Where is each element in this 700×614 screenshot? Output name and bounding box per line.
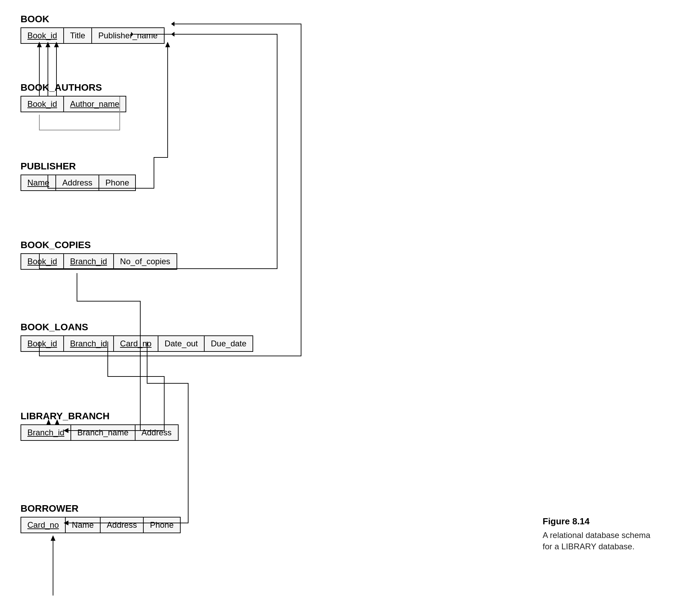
publisher-field-phone: Phone xyxy=(99,175,135,190)
borrower-field-name: Name xyxy=(66,517,101,532)
book-field-title: Title xyxy=(64,28,92,43)
borrower-entity: BORROWER Card_no Name Address Phone xyxy=(21,503,180,533)
library-branch-title: LIBRARY_BRANCH xyxy=(21,411,178,422)
book-authors-entity: BOOK_AUTHORS Book_id Author_name xyxy=(21,82,126,112)
book-authors-table: Book_id Author_name xyxy=(21,96,126,112)
publisher-field-name: Name xyxy=(21,175,56,190)
svg-marker-9 xyxy=(171,32,175,37)
book-loans-field-due-date: Due_date xyxy=(204,336,252,351)
book-loans-field-date-out: Date_out xyxy=(159,336,204,351)
borrower-title: BORROWER xyxy=(21,503,180,514)
book-authors-title: BOOK_AUTHORS xyxy=(21,82,126,93)
library-branch-field-branch-name: Branch_name xyxy=(71,425,135,440)
borrower-field-phone: Phone xyxy=(144,517,179,532)
book-loans-field-card-no: Card_no xyxy=(114,336,159,351)
figure-title: Figure 8.14 xyxy=(542,516,659,527)
book-copies-title: BOOK_COPIES xyxy=(21,240,177,250)
book-copies-field-no-of-copies: No_of_copies xyxy=(114,254,176,269)
book-loans-field-branch-id: Branch_id xyxy=(64,336,114,351)
book-loans-field-book-id: Book_id xyxy=(21,336,64,351)
book-loans-title: BOOK_LOANS xyxy=(21,322,253,333)
figure-caption: Figure 8.14 A relational database schema… xyxy=(542,516,659,552)
svg-marker-6 xyxy=(165,42,170,47)
svg-marker-17 xyxy=(51,535,55,541)
library-branch-table: Branch_id Branch_name Address xyxy=(21,425,178,441)
publisher-field-address: Address xyxy=(56,175,99,190)
book-loans-entity: BOOK_LOANS Book_id Branch_id Card_no Dat… xyxy=(21,322,253,352)
publisher-entity: PUBLISHER Name Address Phone xyxy=(21,161,136,191)
book-title: BOOK xyxy=(21,14,165,25)
publisher-table: Name Address Phone xyxy=(21,174,136,191)
book-field-book-id: Book_id xyxy=(21,28,64,43)
book-entity: BOOK Book_id Title Publisher_name xyxy=(21,14,165,44)
library-branch-entity: LIBRARY_BRANCH Branch_id Branch_name Add… xyxy=(21,411,178,441)
borrower-table: Card_no Name Address Phone xyxy=(21,517,180,533)
library-branch-field-address: Address xyxy=(136,425,178,440)
book-authors-field-book-id: Book_id xyxy=(21,97,64,112)
figure-description: A relational database schema for a LIBRA… xyxy=(542,529,659,552)
book-copies-entity: BOOK_COPIES Book_id Branch_id No_of_copi… xyxy=(21,240,177,270)
book-table: Book_id Title Publisher_name xyxy=(21,27,165,44)
library-branch-field-branch-id: Branch_id xyxy=(21,425,71,440)
borrower-field-card-no: Card_no xyxy=(21,517,66,532)
borrower-field-address: Address xyxy=(101,517,144,532)
book-copies-field-book-id: Book_id xyxy=(21,254,64,269)
book-field-publisher-name: Publisher_name xyxy=(92,28,164,43)
publisher-title: PUBLISHER xyxy=(21,161,136,172)
svg-marker-11 xyxy=(171,22,175,26)
book-loans-table: Book_id Branch_id Card_no Date_out Due_d… xyxy=(21,335,253,352)
book-authors-field-author-name: Author_name xyxy=(64,97,126,112)
book-copies-table: Book_id Branch_id No_of_copies xyxy=(21,253,177,270)
book-copies-field-branch-id: Branch_id xyxy=(64,254,114,269)
